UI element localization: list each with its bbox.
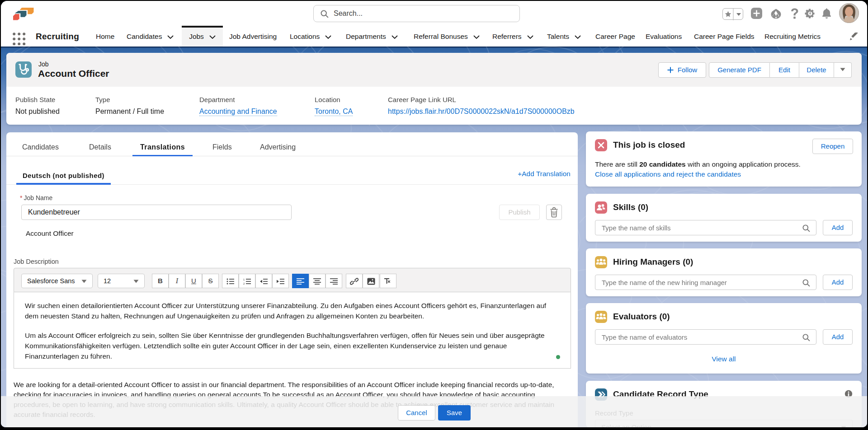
svg-text:1: 1: [243, 278, 245, 281]
svg-text:2: 2: [243, 282, 245, 285]
